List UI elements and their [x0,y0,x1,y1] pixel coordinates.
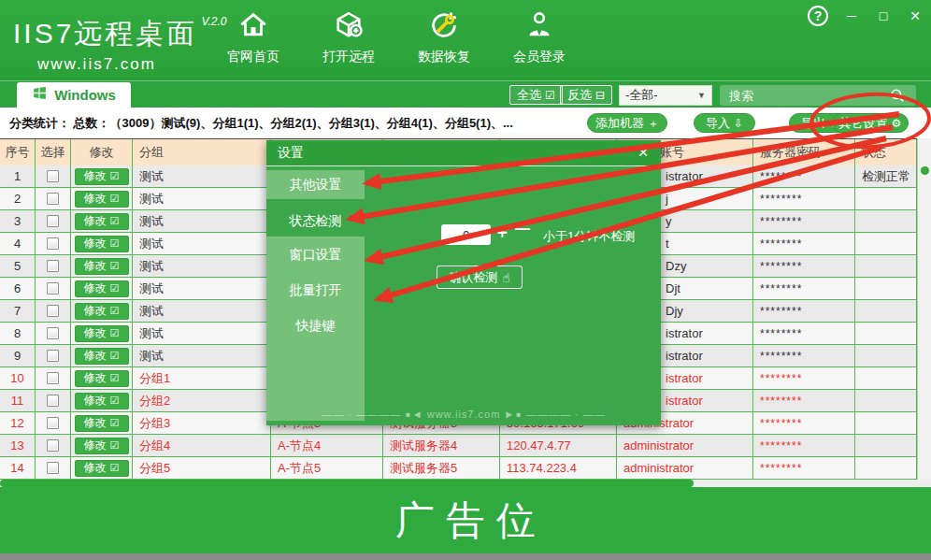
titlebar: IIS7远程桌面V.2.0 www.iis7.com 官网首页 [0,0,931,80]
edit-check-icon: ☑ [110,350,120,362]
import-button[interactable]: 导入⇩ [694,113,755,133]
search-input[interactable] [720,85,916,106]
row-checkbox[interactable] [47,372,59,384]
menu-item-status-check[interactable]: 状态检测 [266,208,365,236]
modify-button[interactable]: 修改☑ [75,393,129,409]
menu-item-batch-open[interactable]: 批量打开 [266,277,365,305]
settings-dialog-title: 设置 [278,145,304,162]
maximize-button[interactable]: □ [875,8,892,23]
dialog-close-icon[interactable]: ✕ [635,145,652,160]
row-number: 2 [0,188,36,209]
close-button[interactable]: ✕ [907,8,924,23]
row-checkbox[interactable] [47,237,59,250]
modify-button[interactable]: 修改☑ [75,191,129,208]
row-checkbox[interactable] [47,395,59,407]
user-icon [523,9,555,45]
toolbar: Windows 全选☑ 反选⊟ -全部-▼ [0,80,931,108]
vertical-scrollbar[interactable] [917,138,931,480]
add-machine-button[interactable]: 添加机器＋ [587,113,667,133]
invert-select-button[interactable]: 反选⊟ [560,85,612,105]
other-settings-button[interactable]: 其它设置⚙ [832,113,909,133]
row-number: 9 [0,345,36,366]
row-number: 10 [0,367,36,389]
row-status [855,255,917,277]
confirm-check-button[interactable]: 确认检测☝ [437,266,523,289]
row-modify-cell: 修改☑ [71,165,133,187]
edit-check-icon: ☑ [110,193,120,205]
row-checkbox[interactable] [47,417,59,429]
row-select-cell [36,367,71,389]
modify-button[interactable]: 修改☑ [75,438,129,454]
row-modify-cell: 修改☑ [71,210,133,232]
horizontal-scrollbar[interactable] [0,480,931,487]
row-password: ******** [753,255,855,277]
edit-check-icon: ☑ [110,237,120,250]
minimize-button[interactable]: ─ [843,8,860,23]
app-window: IIS7远程桌面V.2.0 www.iis7.com 官网首页 [0,0,931,560]
modify-button[interactable]: 修改☑ [75,168,129,185]
row-number: 4 [0,233,36,254]
row-checkbox[interactable] [47,282,59,294]
row-checkbox[interactable] [47,462,59,474]
row-status [855,345,917,366]
interval-hint: 小于1分钟不检测 [543,228,635,245]
row-checkbox[interactable] [47,260,59,272]
app-logo: IIS7远程桌面V.2.0 www.iis7.com [13,15,227,74]
row-number: 8 [0,323,36,344]
increment-button[interactable]: ＋ [494,221,510,243]
modify-button[interactable]: 修改☑ [75,280,129,297]
row-remark: 测试服务器4 [383,435,500,456]
row-group: 测试 [133,300,271,322]
row-status [855,188,917,209]
modify-button[interactable]: 修改☑ [75,415,129,432]
row-modify-cell: 修改☑ [71,435,133,456]
group-filter-dropdown[interactable]: -全部-▼ [619,85,712,106]
modify-button[interactable]: 修改☑ [75,348,129,365]
row-checkbox[interactable] [47,439,59,452]
menu-item-window-settings[interactable]: 窗口设置 [266,241,365,269]
modify-button[interactable]: 修改☑ [75,258,129,275]
modify-button[interactable]: 修改☑ [75,325,129,342]
decrement-button[interactable]: — [515,221,530,237]
horizontal-scrollbar-thumb[interactable] [0,480,694,487]
row-select-cell [36,323,71,344]
row-status [855,278,917,299]
row-checkbox[interactable] [47,170,59,182]
tab-windows[interactable]: Windows [17,82,131,108]
row-select-cell [36,188,71,209]
row-select-cell [36,165,71,187]
row-checkbox[interactable] [47,215,59,227]
modify-button[interactable]: 修改☑ [75,303,129,320]
row-checkbox[interactable] [47,350,59,362]
row-modify-cell: 修改☑ [71,255,133,277]
nav-member-login[interactable]: 会员登录 [508,9,570,65]
row-number: 14 [0,457,36,479]
import-icon: ⇩ [734,118,743,129]
row-number: 3 [0,210,36,232]
ad-banner-text: 广告位 [384,495,547,547]
row-select-cell [36,345,71,366]
menu-item-hotkeys[interactable]: 快捷键 [266,312,365,340]
help-icon[interactable]: ? [808,6,828,26]
nav-home[interactable]: 官网首页 [222,9,284,65]
menu-item-other-settings[interactable]: 其他设置 [266,170,365,199]
nav-open-remote[interactable]: 打开远程 [318,9,380,65]
nav-data-recovery[interactable]: 数据恢复 [413,9,475,65]
vertical-scrollbar-thumb[interactable] [921,166,929,175]
modify-button[interactable]: 修改☑ [75,370,129,387]
watermark-text: —— · ———— ●◄ www.iis7.com ►● ———— · —— [266,409,661,420]
modify-button[interactable]: 修改☑ [75,236,129,252]
interval-input[interactable]: 0 [441,224,491,245]
row-checkbox[interactable] [47,305,59,317]
modify-button[interactable]: 修改☑ [75,213,129,230]
select-all-button[interactable]: 全选☑ [509,85,563,105]
column-header-password: 服务器密码 [753,139,855,165]
row-password: ******** [753,390,855,411]
row-checkbox[interactable] [47,327,59,339]
row-password: ******** [753,345,855,366]
modify-button[interactable]: 修改☑ [75,460,129,477]
row-select-cell [36,300,71,322]
edit-check-icon: ☑ [110,282,120,294]
row-checkbox[interactable] [47,193,59,205]
hand-click-icon: ☝ [502,270,510,285]
